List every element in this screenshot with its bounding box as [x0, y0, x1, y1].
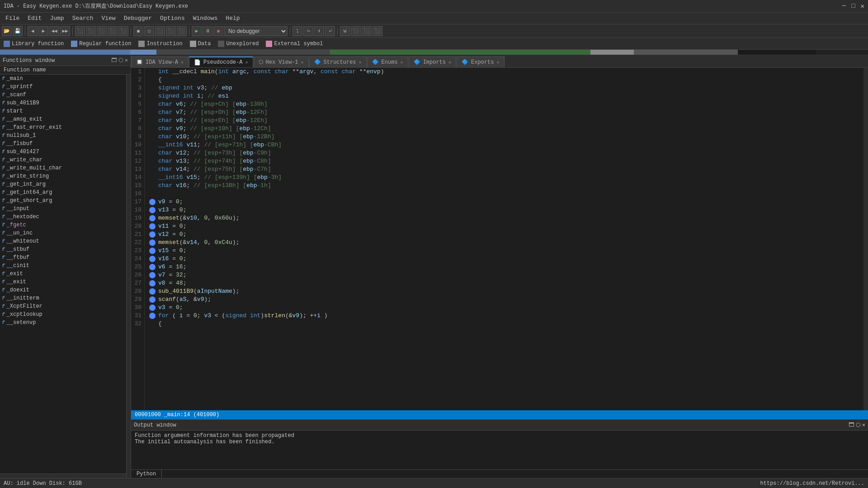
menu-item-help[interactable]: Help: [222, 14, 243, 23]
toolbar-btn-fwd[interactable]: ▶: [38, 26, 48, 36]
nav-bar[interactable]: [0, 50, 868, 55]
output-float-button[interactable]: ⬡: [856, 422, 860, 428]
code-line-24[interactable]: v16 = 0;: [149, 255, 863, 263]
functions-restore-button[interactable]: 🗖: [111, 57, 117, 64]
menu-item-jump[interactable]: Jump: [46, 14, 67, 23]
toolbar-btn-t3[interactable]: ⬛: [155, 26, 165, 36]
toolbar-btn-g4[interactable]: ⬛: [108, 26, 118, 36]
code-line-26[interactable]: v7 = 32;: [149, 271, 863, 279]
toolbar-btn-w1[interactable]: W: [340, 26, 350, 36]
tab-pseudocode[interactable]: 📄 Pseudocode-A ✕: [189, 56, 253, 67]
fn-item-_get_int_arg[interactable]: f_get_int_arg: [0, 180, 126, 188]
code-line-32[interactable]: {: [149, 320, 863, 328]
toolbar-btn-step4[interactable]: ⤶: [325, 26, 335, 36]
tab-pseudocode-close[interactable]: ✕: [245, 60, 248, 65]
code-line-16[interactable]: [149, 190, 863, 198]
toolbar-btn-new[interactable]: 📂: [2, 26, 12, 36]
fn-item-__hextodec[interactable]: f__hextodec: [0, 213, 126, 221]
fn-item-sub_401427[interactable]: fsub_401427: [0, 148, 126, 156]
code-line-1[interactable]: int __cdecl main(int argc, const char **…: [149, 68, 863, 76]
minimize-button[interactable]: ─: [842, 2, 846, 10]
fn-item-_exit[interactable]: f_exit: [0, 270, 126, 278]
code-line-6[interactable]: char v7; // [esp+Dh] [ebp-12Fh]: [149, 108, 863, 117]
code-line-21[interactable]: v12 = 0;: [149, 230, 863, 239]
code-line-30[interactable]: v3 = 0;: [149, 304, 863, 312]
toolbar-btn-back2[interactable]: ◀◀: [49, 26, 59, 36]
code-line-8[interactable]: char v9; // [esp+10h] [ebp-12Ch]: [149, 125, 863, 133]
toolbar-btn-back[interactable]: ◀: [28, 26, 38, 36]
fn-item-__stbuf[interactable]: f__stbuf: [0, 245, 126, 253]
code-line-11[interactable]: char v12; // [esp+73h] [ebp-C9h]: [149, 149, 863, 157]
fn-item-__initterm[interactable]: f__initterm: [0, 294, 126, 302]
menu-item-search[interactable]: Search: [69, 14, 97, 23]
fn-item-__ftbuf[interactable]: f__ftbuf: [0, 253, 126, 262]
fn-item-__fast_error_exit[interactable]: f__fast_error_exit: [0, 123, 126, 131]
toolbar-btn-save[interactable]: 💾: [13, 26, 23, 36]
toolbar-btn-g2[interactable]: ⬛: [86, 26, 96, 36]
tab-imports-close[interactable]: ✕: [448, 60, 451, 65]
code-line-7[interactable]: char v8; // [esp+Eh] [ebp-12Eh]: [149, 117, 863, 125]
fn-item-_doexit[interactable]: f_doexit: [0, 286, 126, 294]
code-line-19[interactable]: memset(&v10, 0, 0x60u);: [149, 214, 863, 222]
code-line-14[interactable]: __int16 v15; // [esp+139h] [ebp-3h]: [149, 174, 863, 182]
tab-exports[interactable]: 🔷 Exports ✕: [457, 56, 504, 67]
code-line-20[interactable]: v11 = 0;: [149, 222, 863, 230]
toolbar-btn-fwd2[interactable]: ▶▶: [60, 26, 70, 36]
menu-item-windows[interactable]: Windows: [189, 14, 222, 23]
tab-structures-close[interactable]: ✕: [359, 60, 362, 65]
toolbar-btn-g3[interactable]: ⬛: [97, 26, 107, 36]
code-scrollbar-right[interactable]: [863, 68, 868, 410]
code-line-18[interactable]: v13 = 0;: [149, 206, 863, 214]
fn-item-_write_multi_char[interactable]: f_write_multi_char: [0, 164, 126, 172]
toolbar-btn-pause[interactable]: ⏸: [203, 26, 212, 36]
tab-ida-view-close[interactable]: ✕: [181, 60, 184, 65]
menu-item-file[interactable]: File: [2, 14, 23, 23]
toolbar-btn-t1[interactable]: ◼: [133, 26, 143, 36]
fn-item-start[interactable]: fstart: [0, 107, 126, 115]
fn-item-nullsub_1[interactable]: fnullsub_1: [0, 131, 126, 140]
code-line-12[interactable]: char v13; // [esp+74h] [ebp-C8h]: [149, 157, 863, 165]
toolbar-btn-play[interactable]: ▶: [192, 26, 202, 36]
fn-item-sub_4011B9[interactable]: fsub_4011B9: [0, 99, 126, 107]
output-close-button[interactable]: ✕: [862, 422, 865, 428]
fn-item-_sprintf[interactable]: f_sprintf: [0, 83, 126, 91]
fn-scrollbar-h[interactable]: [0, 474, 126, 478]
code-line-3[interactable]: signed int v3; // ebp: [149, 84, 863, 92]
fn-item-_get_short_arg[interactable]: f_get_short_arg: [0, 197, 126, 205]
tab-imports[interactable]: 🔷 Imports ✕: [409, 56, 456, 67]
code-line-27[interactable]: v8 = 48;: [149, 279, 863, 287]
toolbar-btn-step3[interactable]: ⬆: [314, 26, 324, 36]
code-line-9[interactable]: char v10; // [esp+11h] [ebp-12Bh]: [149, 133, 863, 141]
toolbar-btn-w4[interactable]: ⬛: [373, 26, 382, 36]
toolbar-btn-stop[interactable]: ◼: [213, 26, 223, 36]
menu-item-view[interactable]: View: [98, 14, 119, 23]
fn-item-__cinit[interactable]: f__cinit: [0, 262, 126, 270]
menu-item-options[interactable]: Options: [156, 14, 189, 23]
menu-item-debugger[interactable]: Debugger: [120, 14, 156, 23]
tab-ida-view[interactable]: 🔲 IDA View-A ✕: [131, 56, 189, 67]
code-line-2[interactable]: {: [149, 76, 863, 84]
code-line-25[interactable]: v6 = 16;: [149, 263, 863, 271]
code-line-23[interactable]: v15 = 0;: [149, 247, 863, 255]
code-line-5[interactable]: char v6; // [esp+Ch] [ebp-130h]: [149, 100, 863, 108]
code-line-22[interactable]: memset(&v14, 0, 0xC4u);: [149, 239, 863, 247]
code-line-31[interactable]: for ( i = 0; v3 < (signed int)strlen(&v9…: [149, 312, 863, 320]
fn-item-_write_string[interactable]: f_write_string: [0, 172, 126, 180]
tab-structures[interactable]: 🔷 Structures ✕: [309, 56, 367, 67]
close-button[interactable]: ✕: [861, 2, 864, 10]
fn-item-_fgetc[interactable]: f_fgetc: [0, 221, 126, 229]
fn-item-_main[interactable]: f_main: [0, 75, 126, 83]
toolbar-btn-g5[interactable]: ⬛: [118, 26, 128, 36]
toolbar-btn-step2[interactable]: ⤷: [303, 26, 313, 36]
fn-item-_XcptFilter[interactable]: f_XcptFilter: [0, 302, 126, 310]
fn-item-_xcptlookup[interactable]: f_xcptlookup: [0, 310, 126, 319]
menu-item-edit[interactable]: Edit: [24, 14, 45, 23]
code-line-29[interactable]: scanf(aS, &v9);: [149, 296, 863, 304]
fn-item-__input[interactable]: f__input: [0, 205, 126, 213]
fn-scrollbar-v[interactable]: [126, 75, 131, 478]
toolbar-btn-t4[interactable]: ⬛: [166, 26, 176, 36]
code-line-4[interactable]: signed int i; // esi: [149, 92, 863, 100]
fn-item-__flsbuf[interactable]: f__flsbuf: [0, 140, 126, 148]
fn-item-__un_inc[interactable]: f__un_inc: [0, 229, 126, 237]
tab-enums-close[interactable]: ✕: [401, 60, 403, 65]
